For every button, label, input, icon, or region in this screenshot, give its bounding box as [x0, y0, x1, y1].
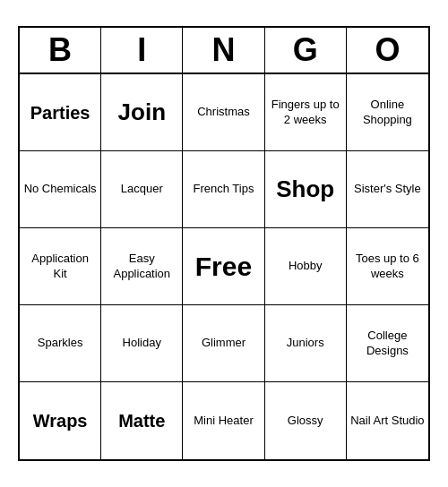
bingo-grid: PartiesJoinChristmasFingers up to 2 week…: [20, 74, 428, 459]
header-b: B: [20, 28, 101, 73]
bingo-card: B I N G O PartiesJoinChristmasFingers up…: [18, 26, 430, 461]
bingo-cell-10[interactable]: Application Kit: [20, 228, 101, 305]
bingo-cell-6[interactable]: Lacquer: [101, 151, 183, 228]
bingo-cell-12[interactable]: Free: [183, 228, 264, 305]
header-n: N: [183, 28, 264, 73]
bingo-cell-17[interactable]: Glimmer: [183, 305, 264, 382]
bingo-cell-14[interactable]: Toes up to 6 weeks: [347, 228, 428, 305]
bingo-cell-24[interactable]: Nail Art Studio: [347, 382, 428, 459]
bingo-cell-15[interactable]: Sparkles: [20, 305, 101, 382]
bingo-cell-2[interactable]: Christmas: [183, 74, 264, 151]
bingo-cell-7[interactable]: French Tips: [183, 151, 264, 228]
bingo-cell-19[interactable]: College Designs: [347, 305, 428, 382]
bingo-cell-8[interactable]: Shop: [265, 151, 347, 228]
bingo-cell-16[interactable]: Holiday: [101, 305, 183, 382]
bingo-cell-21[interactable]: Matte: [101, 382, 183, 459]
bingo-cell-13[interactable]: Hobby: [265, 228, 347, 305]
header-o: O: [347, 28, 428, 73]
bingo-cell-22[interactable]: Mini Heater: [183, 382, 264, 459]
bingo-cell-9[interactable]: Sister's Style: [347, 151, 428, 228]
header-g: G: [265, 28, 347, 73]
bingo-header: B I N G O: [20, 28, 428, 74]
bingo-cell-4[interactable]: Online Shopping: [347, 74, 428, 151]
bingo-cell-3[interactable]: Fingers up to 2 weeks: [265, 74, 347, 151]
bingo-cell-23[interactable]: Glossy: [265, 382, 347, 459]
bingo-cell-1[interactable]: Join: [101, 74, 183, 151]
bingo-cell-11[interactable]: Easy Application: [101, 228, 183, 305]
header-i: I: [101, 28, 183, 73]
bingo-cell-20[interactable]: Wraps: [20, 382, 101, 459]
bingo-cell-5[interactable]: No Chemicals: [20, 151, 101, 228]
bingo-cell-0[interactable]: Parties: [20, 74, 101, 151]
bingo-cell-18[interactable]: Juniors: [265, 305, 347, 382]
